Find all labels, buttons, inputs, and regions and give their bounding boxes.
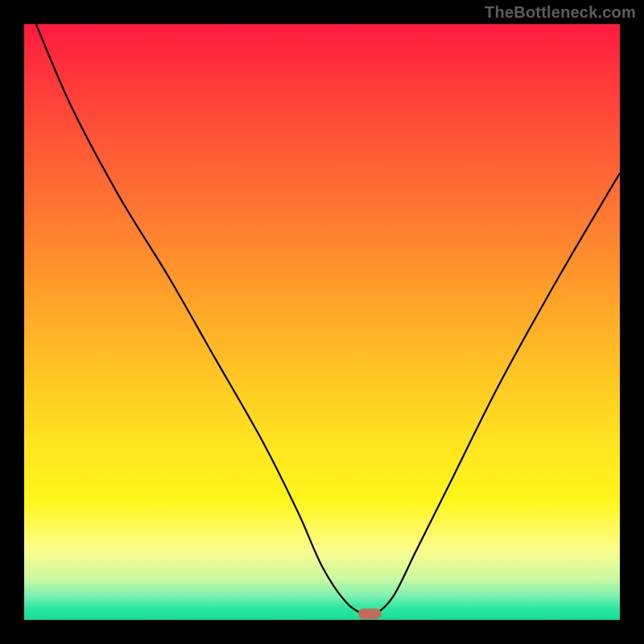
curve-layer — [24, 24, 620, 620]
plot-area — [24, 24, 620, 620]
sweet-spot-marker — [358, 609, 381, 619]
chart-frame: TheBottleneck.com — [0, 0, 644, 644]
watermark-text: TheBottleneck.com — [485, 3, 636, 22]
bottleneck-curve — [36, 24, 620, 616]
